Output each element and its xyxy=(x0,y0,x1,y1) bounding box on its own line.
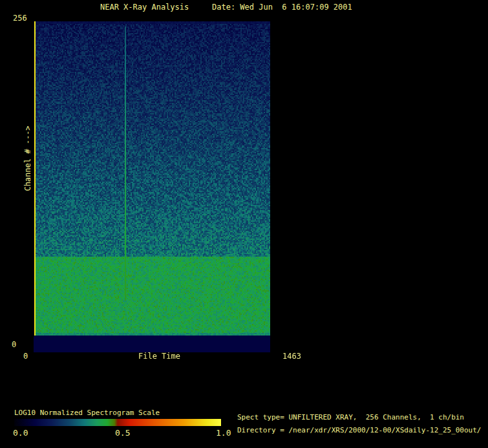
directory-text: Directory = /near/xdr/XRS/2000/12-00/XSd… xyxy=(237,426,482,434)
spectrogram-plot xyxy=(34,21,270,352)
colorbar xyxy=(14,419,221,426)
y-axis-min-label: 0 xyxy=(12,340,16,349)
spectrogram-canvas xyxy=(34,21,270,352)
colorbar-tick-max: 1.0 xyxy=(216,429,231,438)
y-axis-label: Channel # ---> xyxy=(23,125,32,191)
colorbar-tick-mid: 0.5 xyxy=(115,429,130,438)
x-axis-label: File Time xyxy=(138,352,180,361)
x-axis-min-label: 0 xyxy=(23,352,28,361)
x-axis-max-label: 1463 xyxy=(282,352,301,361)
page-title: NEAR X-Ray Analysis xyxy=(100,3,189,12)
date-text: Date: Wed Jun 6 16:07:09 2001 xyxy=(212,3,352,12)
y-axis-max-label: 256 xyxy=(13,14,27,23)
colorbar-title: LOG10 Normalized Spectrogram Scale xyxy=(14,409,160,417)
colorbar-tick-min: 0.0 xyxy=(13,429,28,438)
xray-analysis-window: NEAR X-Ray Analysis Date: Wed Jun 6 16:0… xyxy=(0,0,488,448)
spect-type-text: Spect type= UNFILTERED XRAY, 256 Channel… xyxy=(237,413,464,421)
